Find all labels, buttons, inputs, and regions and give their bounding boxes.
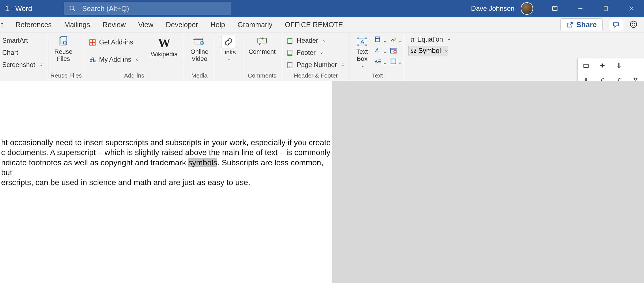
signature-button[interactable] <box>390 36 402 44</box>
drop-cap-button[interactable]: A <box>374 58 387 67</box>
group-label-comments: Comments <box>245 71 279 81</box>
reuse-files-icon <box>57 36 69 48</box>
svg-line-1 <box>73 9 75 11</box>
dropcap-icon: A <box>374 58 382 65</box>
get-addins-button[interactable]: Get Add-ins <box>87 37 142 48</box>
footer-button[interactable]: Footer <box>284 47 347 58</box>
document-area: ht occasionally need to insert superscri… <box>0 81 644 283</box>
tab-view[interactable]: View <box>132 17 160 33</box>
tab-partial[interactable]: t <box>0 17 9 33</box>
minimize-button[interactable] <box>568 0 593 17</box>
tab-grammarly[interactable]: Grammarly <box>231 17 279 33</box>
video-icon <box>193 36 205 48</box>
svg-rect-4 <box>604 7 608 10</box>
tab-mailings[interactable]: Mailings <box>58 17 96 33</box>
my-addins-button[interactable]: My Add-ins <box>87 54 142 65</box>
page-number-icon: # <box>287 61 294 69</box>
page-number-button[interactable]: #Page Number <box>284 59 347 70</box>
online-video-button[interactable]: Online Video <box>186 34 212 64</box>
group-text: A Text Box A A Text <box>350 33 405 81</box>
symbol-item[interactable] <box>578 58 594 73</box>
chart-button[interactable]: Chart <box>0 47 46 58</box>
wordart-button[interactable]: A <box>374 47 387 55</box>
quick-parts-icon <box>374 36 382 43</box>
svg-text:A: A <box>361 39 364 45</box>
selected-text[interactable]: symbols <box>188 158 217 167</box>
body-text[interactable]: ht occasionally need to insert superscri… <box>0 138 332 187</box>
search-icon <box>69 5 76 12</box>
link-icon <box>221 36 236 48</box>
header-button[interactable]: Header <box>284 35 347 46</box>
group-media: Online Video Media <box>184 33 215 81</box>
links-button[interactable]: Links <box>217 34 240 65</box>
svg-point-8 <box>632 23 633 23</box>
text-box-button[interactable]: A Text Box <box>352 34 372 71</box>
symbol-button[interactable]: Ω Symbol <box>408 46 448 55</box>
myaddins-icon <box>89 56 96 63</box>
tab-help[interactable]: Help <box>204 17 231 33</box>
svg-point-34 <box>366 45 367 46</box>
reuse-files-button[interactable]: Reuse Files <box>50 34 76 64</box>
window-title: 1 - Word <box>0 5 37 13</box>
search-box[interactable]: Search (Alt+Q) <box>64 2 231 15</box>
group-links: Links <box>215 33 242 81</box>
symbol-item[interactable] <box>627 58 644 73</box>
svg-rect-17 <box>93 43 95 45</box>
symbol-item[interactable]: ✦ <box>594 58 611 73</box>
svg-rect-16 <box>90 43 92 45</box>
header-icon <box>287 37 294 44</box>
svg-point-0 <box>70 6 74 10</box>
object-button[interactable] <box>390 58 402 67</box>
ribbon: SmartArt Chart Screenshot Reuse Files Re… <box>0 33 644 81</box>
group-label-hf: Header & Footer <box>284 71 347 81</box>
tab-developer[interactable]: Developer <box>160 17 204 33</box>
comments-pane-button[interactable] <box>609 19 623 31</box>
comment-button[interactable]: Comment <box>245 34 279 57</box>
wikipedia-icon: W <box>158 36 171 50</box>
avatar[interactable] <box>521 2 533 15</box>
svg-rect-15 <box>93 40 95 42</box>
share-label: Share <box>576 20 597 29</box>
quick-parts-button[interactable] <box>374 36 387 44</box>
share-icon <box>566 21 574 29</box>
rect-icon <box>583 63 589 69</box>
svg-point-32 <box>366 38 367 39</box>
tab-references[interactable]: References <box>9 17 58 33</box>
group-comments: Comment Comments <box>242 33 282 81</box>
wikipedia-button[interactable]: W Wikipedia <box>147 34 182 59</box>
comment-icon <box>612 21 620 29</box>
user-name[interactable]: Dave Johnson <box>471 5 517 12</box>
ribbon-tabs: t References Mailings Review View Develo… <box>0 17 644 33</box>
maximize-button[interactable] <box>593 0 619 17</box>
smartart-button[interactable]: SmartArt <box>0 35 46 46</box>
share-button[interactable]: Share <box>560 18 603 31</box>
group-symbols: π Equation Ω Symbol <box>405 33 453 81</box>
svg-text:A: A <box>375 47 379 53</box>
tab-officeremote[interactable]: OFFICE REMOTE <box>279 17 349 33</box>
date-icon <box>390 47 397 54</box>
present-button[interactable] <box>542 0 568 17</box>
signature-icon <box>390 36 397 43</box>
symbol-item[interactable]: ⇩ <box>611 58 627 73</box>
svg-rect-27 <box>288 54 292 55</box>
svg-text:#: # <box>289 65 290 68</box>
svg-point-18 <box>94 60 96 62</box>
svg-rect-14 <box>90 40 92 42</box>
screenshot-button[interactable]: Screenshot <box>0 59 46 70</box>
svg-point-31 <box>358 38 359 39</box>
group-label-addins: Add-ins <box>87 71 182 81</box>
group-label-text: Text <box>352 71 402 81</box>
footer-icon <box>287 49 294 57</box>
document-page[interactable]: ht occasionally need to insert superscri… <box>0 81 332 283</box>
svg-rect-47 <box>584 64 589 67</box>
wordart-icon: A <box>374 47 382 54</box>
close-button[interactable] <box>619 0 644 17</box>
search-placeholder: Search (Alt+Q) <box>82 5 129 13</box>
feedback-button[interactable] <box>629 20 638 30</box>
date-time-button[interactable] <box>390 47 397 55</box>
group-label-reuse: Reuse Files <box>50 71 82 81</box>
text-box-icon: A <box>356 36 368 48</box>
equation-button[interactable]: π Equation <box>408 35 453 44</box>
store-icon <box>89 39 96 46</box>
tab-review[interactable]: Review <box>96 17 132 33</box>
